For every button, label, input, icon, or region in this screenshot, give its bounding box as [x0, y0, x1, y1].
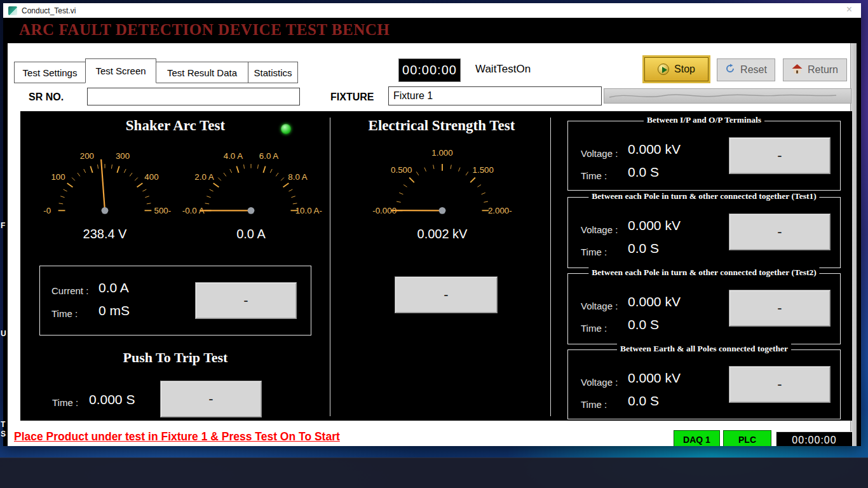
horizontal-scrollbar[interactable]	[604, 88, 851, 104]
voltage-label: Voltage :	[581, 224, 618, 235]
tab-statistics[interactable]: Statistics	[248, 62, 298, 83]
hv-test-title: Between I/P and O/P Terminals	[644, 115, 764, 125]
svg-text:8.0 A: 8.0 A	[288, 172, 307, 182]
return-button[interactable]: Return	[783, 58, 847, 81]
svg-text:100: 100	[51, 172, 65, 182]
svg-text:0.500: 0.500	[391, 165, 412, 175]
hv-result-display: -	[729, 214, 831, 250]
push-to-trip-title: Push To Trip Test	[71, 349, 280, 366]
svg-text:10.0 A-: 10.0 A-	[295, 206, 322, 215]
current-reading: 0.0 A	[172, 227, 330, 241]
home-icon	[792, 64, 803, 76]
voltage-label: Voltage :	[581, 148, 618, 159]
tab-label: Test Settings	[23, 67, 78, 78]
hv-result-display: -	[729, 366, 831, 403]
test-status-text: WaitTestOn	[475, 63, 531, 76]
voltage-label: Voltage :	[581, 377, 618, 388]
hv-test-title: Between Earth & all Poles connected toge…	[617, 344, 791, 354]
app-window: Conduct_Test.vi × ARC FAULT DETECTION DE…	[3, 3, 861, 446]
time-value: 0.0 S	[628, 393, 659, 409]
current-label: Current :	[51, 285, 88, 296]
desktop-icon-label-fragment: S	[1, 430, 6, 438]
est-result-display: -	[395, 276, 498, 313]
current-value: 0.0 A	[98, 280, 129, 295]
daq-status-badge: DAQ 1	[674, 430, 720, 446]
time-label: Time :	[581, 399, 607, 410]
sr-no-label: SR NO.	[29, 92, 64, 103]
plc-status-badge: PLC	[723, 430, 771, 446]
voltage-reading: 238.4 V	[25, 227, 184, 241]
stop-button[interactable]: Stop	[644, 57, 709, 81]
fixture-input[interactable]	[388, 86, 602, 105]
time-label: Time :	[581, 170, 607, 181]
time-value: 0 mS	[98, 303, 130, 318]
svg-text:500-: 500-	[154, 206, 171, 215]
ptt-time-value: 0.000 S	[89, 392, 135, 407]
desktop-icon-label-fragment: T	[1, 420, 5, 429]
voltage-gauge: -0100200300400500-	[25, 148, 184, 227]
kv-reading: 0.002 kV	[363, 227, 522, 241]
fixture-label: FIXTURE	[330, 92, 374, 103]
hv-test-title: Between each Pole in turn & other connec…	[588, 191, 819, 201]
shaker-result-box: Current : 0.0 A Time : 0 mS -	[39, 266, 311, 336]
time-label: Time :	[581, 247, 607, 257]
kv-gauge: -0.0000.5001.0001.5002.000-	[363, 148, 522, 227]
time-value: 0.0 S	[628, 165, 659, 180]
hv-test-box: Between Earth & all Poles connected toge…	[567, 349, 841, 419]
svg-text:2.000-: 2.000-	[488, 206, 512, 215]
tab-label: Statistics	[254, 67, 292, 78]
current-gauge: -0.0 A2.0 A4.0 A6.0 A8.0 A10.0 A-	[172, 148, 330, 227]
cycle-timer-display: 00:00:00	[776, 431, 853, 446]
close-icon[interactable]: ×	[846, 4, 852, 15]
tab-test-screen[interactable]: Test Screen	[85, 58, 156, 83]
voltage-value: 0.000 kV	[628, 294, 681, 309]
tab-label: Test Result Data	[167, 67, 237, 78]
reset-button-label: Reset	[740, 64, 767, 76]
reset-button[interactable]: Reset	[717, 58, 775, 81]
shaker-result-display: -	[195, 282, 297, 319]
signature-squiggle	[604, 89, 851, 103]
svg-text:2.0 A: 2.0 A	[194, 172, 214, 182]
svg-text:400: 400	[144, 172, 158, 182]
ptt-time-label: Time :	[52, 397, 78, 408]
time-value: 0.0 S	[628, 241, 659, 256]
section-divider	[550, 118, 551, 416]
stop-button-label: Stop	[674, 64, 695, 75]
hv-result-display: -	[729, 290, 831, 327]
hv-test-box: Between each Pole in turn & other connec…	[567, 197, 841, 268]
tab-test-settings[interactable]: Test Settings	[14, 62, 86, 83]
test-running-led	[281, 124, 291, 134]
svg-text:200: 200	[80, 151, 94, 161]
svg-text:-0: -0	[43, 206, 51, 215]
voltage-value: 0.000 kV	[628, 142, 681, 157]
svg-text:4.0 A: 4.0 A	[224, 151, 243, 161]
return-button-label: Return	[808, 64, 838, 76]
tab-test-result-data[interactable]: Test Result Data	[156, 62, 248, 83]
desktop-icon-label-fragment: U	[1, 329, 6, 338]
desktop-icon-label-fragment: F	[1, 221, 5, 230]
voltage-label: Voltage :	[581, 301, 618, 311]
taskbar: ∧ ENG IN 10:53 30-04-2025 PRE	[0, 458, 868, 488]
sr-no-input[interactable]	[87, 88, 300, 105]
hv-test-box: Between I/P and O/P Terminals Voltage : …	[567, 121, 841, 191]
title-bar[interactable]: Conduct_Test.vi ×	[3, 3, 861, 18]
voltage-value: 0.000 kV	[628, 218, 681, 233]
elapsed-timer-display: 00:00:00	[398, 58, 461, 82]
time-label: Time :	[51, 308, 78, 319]
ptt-result-display: -	[160, 381, 262, 417]
hv-test-title: Between each Pole in turn & other connec…	[588, 268, 819, 278]
svg-text:1.500: 1.500	[473, 165, 494, 175]
page-title: ARC FAULT DETECTION DEVICE TEST BENCH	[19, 21, 390, 39]
desktop: F U T S Conduct_Test.vi × ARC FAULT DETE…	[0, 0, 868, 488]
svg-text:300: 300	[116, 151, 130, 161]
window-title: Conduct_Test.vi	[22, 6, 76, 15]
shaker-arc-test-title: Shaker Arc Test	[71, 118, 280, 134]
labview-vi-icon	[8, 6, 17, 15]
time-value: 0.0 S	[628, 317, 659, 332]
reset-icon	[725, 64, 735, 76]
svg-text:6.0 A: 6.0 A	[259, 151, 278, 161]
electrical-strength-title: Electrical Strength Test	[340, 118, 543, 134]
hv-result-display: -	[729, 137, 831, 174]
test-area: Shaker Arc Test -0100200300400500- 238.4…	[20, 111, 852, 421]
svg-text:1.000: 1.000	[431, 148, 452, 158]
